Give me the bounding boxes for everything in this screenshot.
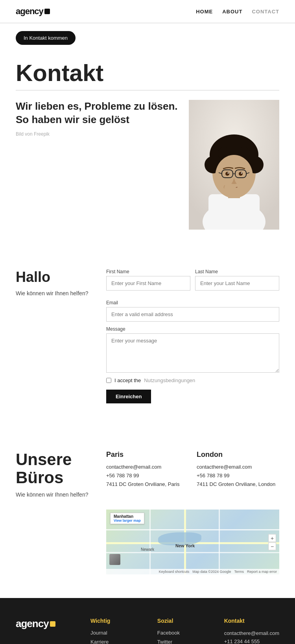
nav-about[interactable]: ABOUT — [222, 9, 242, 15]
terms-checkbox[interactable] — [106, 378, 111, 383]
email-input[interactable] — [106, 307, 279, 322]
offices-right: Paris contacthere@email.com +56 788 78 9… — [106, 451, 279, 498]
logo-text: agency — [16, 6, 43, 17]
map-container: Manhattan View larger map New York Newar… — [106, 510, 279, 574]
site-logo[interactable]: agency — [16, 6, 50, 17]
footer-logo: agency — [16, 618, 79, 644]
last-name-label: Last Name — [195, 269, 279, 274]
email-group: Email — [106, 300, 279, 322]
london-address: 7411 DC Groten Orviliane, London — [197, 481, 275, 487]
contact-heading: Hallo — [16, 269, 90, 285]
map-view-larger[interactable]: View larger map — [114, 519, 141, 523]
footer-link-twitter[interactable]: Twitter — [157, 639, 172, 644]
wichtig-heading: Wichtig — [90, 618, 146, 624]
footer-top: agency Wichtig Journal Karriere Mission … — [16, 618, 279, 644]
footer: agency Wichtig Journal Karriere Mission … — [0, 598, 295, 644]
footer-link-karriere[interactable]: Karriere — [90, 639, 109, 644]
map-keyboard-shortcut: Keyboard shortcuts — [159, 570, 190, 574]
london-phone: +56 788 78 99 — [197, 473, 230, 478]
offices-section: Unsere Büros Wie können wir Ihnen helfen… — [0, 427, 295, 598]
map-terms: Terms — [234, 570, 244, 574]
zoom-in-button[interactable]: + — [268, 534, 276, 542]
offices-left: Unsere Büros Wie können wir Ihnen helfen… — [16, 451, 90, 498]
sozial-list: Facebook Twitter Instagram LinkedIn Gith… — [157, 629, 212, 644]
sozial-heading: Sozial — [157, 618, 212, 624]
email-label: Email — [106, 300, 279, 305]
cta-bar: In Kontakt kommen — [0, 23, 295, 53]
name-row: First Name Last Name — [106, 269, 279, 295]
footer-phone: +11 234 44 555 — [224, 638, 260, 644]
map-city-label: Manhattan — [114, 514, 133, 519]
contact-section: Hallo Wie können wir Ihnen helfen? First… — [0, 245, 295, 427]
footer-link-journal[interactable]: Journal — [90, 630, 107, 636]
terms-link[interactable]: Nutzungsbedingungen — [144, 377, 195, 383]
last-name-input[interactable] — [195, 276, 279, 291]
contact-form: First Name Last Name Email Message I acc… — [106, 269, 279, 403]
message-label: Message — [106, 326, 279, 332]
hero-image — [189, 100, 279, 230]
offices-heading: Unsere Büros — [16, 451, 90, 487]
hero-divider — [16, 90, 279, 90]
footer-logo-box — [50, 621, 55, 627]
first-name-group: First Name — [106, 269, 190, 291]
last-name-group: Last Name — [195, 269, 279, 291]
footer-col-sozial: Sozial Facebook Twitter Instagram Linked… — [157, 618, 212, 644]
paris-phone: +56 788 78 99 — [106, 473, 139, 478]
page-title: Kontakt — [16, 61, 279, 85]
map-label: Manhattan View larger map — [110, 513, 144, 524]
svg-point-23 — [241, 173, 242, 174]
paris-address: 7411 DC Groten Orviliane, Paris — [106, 481, 179, 487]
zoom-out-button[interactable]: − — [268, 542, 276, 550]
hero-content: Wir lieben es, Probleme zu lösen. So hab… — [16, 100, 279, 230]
map-bg: Manhattan View larger map New York Newar… — [106, 510, 279, 574]
map-data: Map data ©2024 Google — [192, 570, 231, 574]
photo-credit: Bild von Freepik — [16, 131, 181, 137]
hero-subtitle: Wir lieben es, Probleme zu lösen. So hab… — [16, 100, 181, 127]
map-footer: Keyboard shortcuts Map data ©2024 Google… — [106, 569, 279, 574]
nav-contact[interactable]: CONTACT — [252, 9, 279, 15]
hero-text: Wir lieben es, Probleme zu lösen. So hab… — [16, 100, 181, 137]
logo-box-icon — [44, 9, 50, 14]
footer-logo-text: agency — [16, 618, 49, 630]
zoom-controls: + − — [268, 534, 276, 550]
svg-rect-3 — [208, 194, 260, 230]
offices-top: Unsere Büros Wie können wir Ihnen helfen… — [16, 451, 279, 498]
map-avatar — [109, 554, 120, 565]
footer-email: contacthere@email.com — [224, 630, 279, 636]
checkbox-row: I accept the Nutzungsbedingungen — [106, 377, 279, 383]
svg-point-22 — [228, 173, 229, 174]
main-nav: HOME ABOUT CONTACT — [196, 9, 279, 15]
office-paris: Paris contacthere@email.com +56 788 78 9… — [106, 451, 189, 498]
paris-name: Paris — [106, 451, 189, 459]
checkbox-prefix: I accept the — [114, 377, 141, 383]
offices-subtext: Wie können wir Ihnen helfen? — [16, 491, 90, 498]
first-name-input[interactable] — [106, 276, 190, 291]
kontakt-col-heading: Kontakt — [224, 618, 279, 624]
office-london: London contacthere@email.com +56 788 78 … — [197, 451, 279, 498]
hero-image-svg — [189, 100, 279, 230]
wichtig-list: Journal Karriere Mission & Vision Preise… — [90, 629, 146, 644]
map-newark-label: Newark — [141, 547, 154, 552]
footer-logo-brand: agency — [16, 618, 79, 630]
london-name: London — [197, 451, 279, 459]
svg-point-21 — [239, 172, 243, 176]
footer-link-facebook[interactable]: Facebook — [157, 630, 180, 636]
map-ny-label: New York — [175, 543, 195, 548]
london-email: contacthere@email.com — [197, 464, 252, 470]
hero-section: Kontakt Wir lieben es, Probleme zu lösen… — [0, 53, 295, 245]
paris-email: contacthere@email.com — [106, 464, 161, 470]
svg-point-20 — [225, 172, 229, 176]
svg-point-24 — [223, 186, 237, 195]
message-group: Message — [106, 326, 279, 373]
first-name-label: First Name — [106, 269, 190, 274]
message-textarea[interactable] — [106, 333, 279, 373]
map-report: Report a map error — [247, 570, 277, 574]
cta-button[interactable]: In Kontakt kommen — [16, 31, 76, 45]
footer-col-kontakt: Kontakt contacthere@email.com +11 234 44… — [224, 618, 279, 644]
contact-subtext: Wie können wir Ihnen helfen? — [16, 290, 90, 296]
submit-button[interactable]: Einreichen — [106, 390, 151, 403]
contact-left: Hallo Wie können wir Ihnen helfen? — [16, 269, 90, 403]
footer-col-wichtig: Wichtig Journal Karriere Mission & Visio… — [90, 618, 146, 644]
nav-home[interactable]: HOME — [196, 9, 213, 15]
